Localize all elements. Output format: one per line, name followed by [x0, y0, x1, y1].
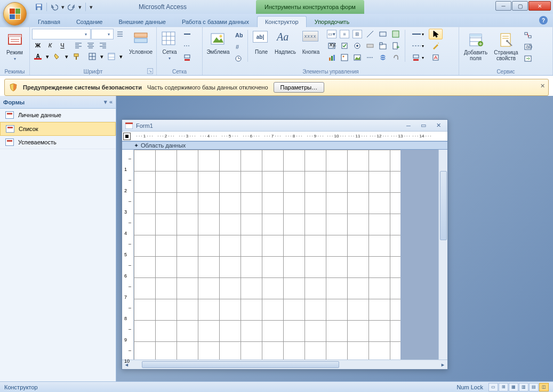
grid-width-icon[interactable] [181, 29, 193, 39]
save-icon[interactable] [34, 2, 44, 12]
security-close-icon[interactable]: ✕ [540, 83, 545, 89]
line-thickness-button[interactable]: ▾ [408, 29, 427, 39]
option-icon[interactable] [351, 40, 363, 51]
window-close-button[interactable]: ✕ [528, 1, 551, 11]
unboundframe-icon[interactable] [339, 52, 350, 63]
line-icon[interactable] [364, 29, 376, 39]
alt-color-dropdown-icon[interactable]: ▾ [118, 51, 124, 62]
vertical-ruler[interactable]: 1–2–3–4–5–6–7–8–9–10– [122, 150, 134, 360]
button-control-button[interactable]: XXXX Кнопка [299, 29, 323, 64]
horizontal-scrollbar[interactable]: ◄ ► [122, 360, 447, 369]
nav-collapse-icon[interactable]: « [109, 99, 113, 105]
form-design-surface[interactable] [134, 150, 447, 360]
gridlines-icon[interactable] [86, 51, 98, 62]
tabctl-icon[interactable] [377, 40, 389, 51]
insertpage-icon[interactable]: + [390, 40, 402, 51]
help-icon[interactable]: ? [539, 16, 548, 24]
align-left-icon[interactable] [73, 40, 84, 51]
tab-designer[interactable]: Конструктор [257, 16, 307, 27]
form-selector[interactable] [123, 133, 131, 140]
fill-color-button[interactable] [51, 51, 63, 62]
form-design-window[interactable]: Form1 ─ ▭ ✕ · · · 1 · · ·· · · 2 · · ·· … [122, 119, 448, 370]
underline-button[interactable]: Ч [57, 40, 68, 51]
activex-button[interactable] [429, 52, 443, 63]
nav-filter-dropdown-icon[interactable]: ▾ [104, 99, 107, 105]
chart-icon[interactable] [326, 52, 338, 63]
emblem-button[interactable]: Эмблема [205, 29, 231, 64]
listbox-icon[interactable]: ≡ [339, 29, 350, 39]
view-design-button[interactable]: ◫ [539, 383, 549, 391]
scrollbar-thumb[interactable] [440, 171, 447, 240]
form-minimize-button[interactable]: ─ [403, 121, 414, 130]
add-fields-button[interactable]: + Добавить поля [461, 29, 490, 64]
vertical-scrollbar[interactable] [438, 150, 447, 360]
office-button[interactable] [3, 2, 27, 26]
pagenum-icon[interactable]: # [233, 42, 244, 52]
line-color-button[interactable]: ▾ [408, 52, 427, 63]
checkbox-icon[interactable] [339, 40, 350, 51]
convert-macros-icon[interactable] [522, 53, 534, 64]
datetime-icon[interactable] [233, 53, 244, 64]
qat-more-icon[interactable]: ▾ [89, 2, 94, 12]
grid-button[interactable]: Сетка ▾ [159, 29, 180, 64]
combobox-icon[interactable]: ▭▾ [326, 29, 338, 39]
rectangle-icon[interactable] [377, 29, 389, 39]
grid-color-icon[interactable] [181, 52, 193, 63]
attachment-icon[interactable] [390, 52, 402, 63]
nav-item-form[interactable]: Успеваемость [0, 136, 116, 149]
code-icon[interactable]: ab [522, 42, 534, 52]
font-size-combo[interactable]: ▾ [91, 29, 114, 39]
format-painter-icon[interactable] [70, 51, 82, 62]
pagebreak-icon[interactable] [364, 52, 376, 63]
redo-dropdown-icon[interactable]: ▾ [77, 2, 83, 12]
conditional-format-button[interactable]: Условное [129, 29, 153, 64]
view-layout-button[interactable]: ▤ [529, 383, 539, 391]
textbox-button[interactable]: ab| Поле [251, 29, 271, 64]
subform-icon[interactable]: ⊞ [351, 29, 363, 39]
font-family-combo[interactable]: ▾ [32, 29, 91, 39]
security-options-button[interactable]: Параметры… [274, 82, 325, 93]
scrollbar-thumb[interactable] [142, 361, 339, 368]
property-sheet-button[interactable]: Страница свойств [491, 29, 521, 64]
font-color-button[interactable]: A [32, 51, 44, 62]
tab-external-data[interactable]: Внешние данные [111, 16, 174, 27]
linespacing-icon[interactable] [114, 29, 126, 39]
form-window-titlebar[interactable]: Form1 ─ ▭ ✕ [122, 120, 447, 132]
optiongroup-icon[interactable]: xyz [326, 40, 338, 51]
view-form-button[interactable]: ▭ [488, 383, 498, 391]
align-center-icon[interactable] [85, 40, 97, 51]
horizontal-ruler[interactable]: · · · 1 · · ·· · · 2 · · ·· · · 3 · · ··… [122, 132, 447, 141]
font-color-dropdown-icon[interactable]: ▾ [44, 51, 51, 62]
gridlines-dropdown-icon[interactable]: ▾ [99, 51, 105, 62]
image-icon[interactable] [351, 52, 363, 63]
boundframe-icon[interactable] [390, 29, 402, 39]
italic-button[interactable]: К [44, 40, 56, 51]
hyperlink-icon[interactable] [377, 52, 389, 63]
form-restore-button[interactable]: ▭ [418, 121, 429, 130]
nav-item-form[interactable]: Личные данные [0, 109, 116, 122]
tab-order-icon[interactable] [522, 30, 534, 40]
select-pointer-button[interactable] [429, 29, 443, 39]
control-wizards-button[interactable] [429, 40, 443, 51]
toggle-icon[interactable] [364, 40, 376, 51]
label-button[interactable]: Aa Надпись [273, 29, 298, 64]
line-type-button[interactable]: ▾ [408, 40, 427, 51]
tab-database-tools[interactable]: Работа с базами данных [174, 16, 257, 27]
title-icon[interactable]: Ab [233, 30, 244, 40]
font-dialog-launcher-icon[interactable]: ↘ [147, 68, 153, 74]
window-maximize-button[interactable]: ▢ [512, 1, 528, 11]
nav-pane-header[interactable]: Формы ▾ « [0, 96, 116, 109]
fill-color-dropdown-icon[interactable]: ▾ [63, 51, 70, 62]
undo-icon[interactable] [50, 2, 59, 12]
bold-button[interactable]: Ж [32, 40, 44, 51]
form-close-button[interactable]: ✕ [432, 121, 444, 130]
alt-color-icon[interactable] [106, 51, 117, 62]
tab-arrange[interactable]: Упорядочить [307, 16, 357, 27]
align-right-icon[interactable] [97, 40, 109, 51]
window-minimize-button[interactable]: ─ [495, 1, 511, 11]
view-mode-button[interactable]: Режим ▾ [2, 29, 27, 64]
undo-dropdown-icon[interactable]: ▾ [60, 2, 66, 12]
detail-section-header[interactable]: ✦ Область данных [122, 141, 447, 150]
redo-icon[interactable] [67, 2, 76, 12]
view-pivotchart-button[interactable]: ▥ [519, 383, 528, 391]
